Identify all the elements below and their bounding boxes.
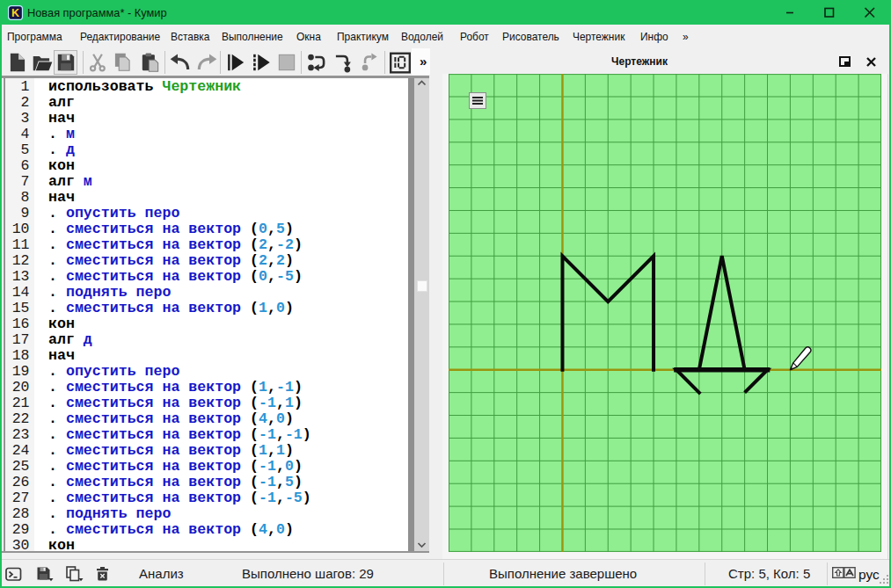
svg-text:K: K (11, 7, 19, 19)
